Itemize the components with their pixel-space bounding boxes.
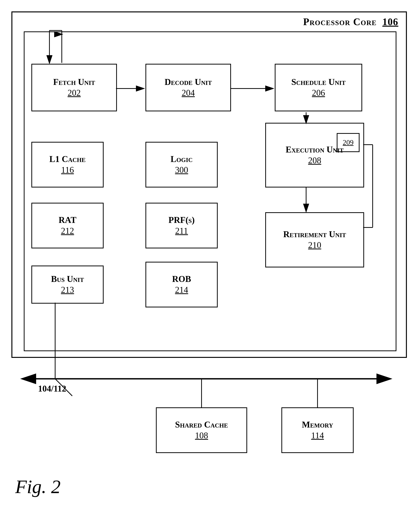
shared-cache-title: Shared Cache [175, 419, 228, 430]
rob-title: ROB [172, 274, 191, 284]
rat-title: RAT [59, 215, 76, 225]
fetch-unit-number: 202 [68, 87, 81, 99]
rat-number: 212 [61, 225, 74, 237]
processor-core-label: Processor Core 106 [303, 16, 398, 27]
logic-title: Logic [171, 154, 193, 164]
memory-title: Memory [302, 419, 333, 430]
fetch-unit-box: Fetch Unit 202 [31, 64, 117, 111]
schedule-unit-title: Schedule Unit [291, 77, 345, 87]
decode-unit-title: Decode Unit [165, 77, 212, 87]
execution-sub-box: 209 [337, 133, 360, 152]
schedule-unit-number: 206 [312, 87, 325, 99]
prfs-title: PRF(s) [168, 215, 195, 225]
retirement-unit-box: Retirement Unit 210 [265, 212, 364, 267]
shared-cache-box: Shared Cache 108 [156, 407, 247, 453]
memory-number: 114 [311, 430, 324, 441]
fig-label: Fig. 2 [15, 476, 61, 498]
decode-unit-number: 204 [182, 87, 195, 99]
prfs-number: 211 [175, 225, 188, 237]
bus-label: 104/112 [38, 384, 66, 394]
l1-cache-title: L1 Cache [49, 154, 86, 164]
fig-label-text: Fig. 2 [15, 476, 61, 497]
logic-box: Logic 300 [145, 142, 218, 187]
logic-number: 300 [175, 164, 188, 176]
rat-box: RAT 212 [31, 203, 104, 248]
bus-unit-box: Bus Unit 213 [31, 266, 104, 304]
processor-core-number: 106 [382, 16, 398, 27]
bus-unit-title: Bus Unit [51, 274, 84, 284]
retirement-unit-number: 210 [308, 239, 321, 251]
decode-unit-box: Decode Unit 204 [145, 64, 231, 111]
execution-unit-number: 208 [308, 155, 321, 166]
schedule-unit-box: Schedule Unit 206 [275, 64, 362, 111]
processor-core-title: Processor Core [303, 16, 377, 27]
bus-unit-number: 213 [61, 284, 74, 296]
memory-box: Memory 114 [281, 407, 354, 453]
rob-box: ROB 214 [145, 262, 218, 308]
processor-core-box: Processor Core 106 Fetch Unit 202 Decode… [11, 11, 407, 358]
execution-sub-number: 209 [343, 138, 354, 147]
prfs-box: PRF(s) 211 [145, 203, 218, 248]
l1-cache-number: 116 [61, 164, 74, 176]
shared-cache-number: 108 [195, 430, 208, 441]
page: Processor Core 106 Fetch Unit 202 Decode… [0, 0, 420, 509]
fetch-unit-title: Fetch Unit [53, 77, 95, 87]
retirement-unit-title: Retirement Unit [283, 229, 346, 239]
rob-number: 214 [175, 284, 188, 296]
execution-unit-box: Execution Unit 208 209 [265, 123, 364, 187]
l1-cache-box: L1 Cache 116 [31, 142, 104, 187]
execution-unit-title: Execution Unit [286, 144, 344, 155]
